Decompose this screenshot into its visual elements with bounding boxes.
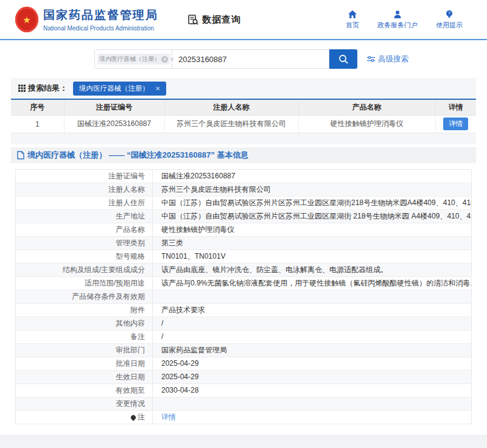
- svg-text:?: ?: [448, 11, 450, 15]
- detail-row: 注册证编号国械注准20253160887: [16, 169, 472, 183]
- detail-row-label: 批准日期: [16, 357, 153, 370]
- detail-row-label: 产品储存条件及有效期: [16, 290, 153, 303]
- category-tag: 境内医疗器械（注册） ✕: [97, 54, 170, 65]
- detail-row-value: 苏州三个臭皮匠生物科技有限公司: [153, 183, 472, 196]
- nav-item-gov-portal[interactable]: 政务服务门户: [377, 10, 418, 30]
- search-results-bar: 搜索结果： 境内医疗器械（注册） ✕: [11, 78, 476, 99]
- detail-row: 审批部门国家药品监督管理局: [16, 343, 472, 357]
- detail-row-label: 备注: [16, 330, 153, 343]
- results-column-header: 详情: [435, 99, 476, 115]
- detail-row: 其他内容/: [16, 317, 472, 330]
- category-tag-close-icon[interactable]: ✕: [161, 56, 168, 63]
- results-column-header: 注册人名称: [164, 99, 298, 115]
- detail-row-value: 硬性接触镜护理消毒仪: [153, 223, 472, 236]
- detail-row-value: [153, 397, 472, 410]
- search-results-label: 搜索结果：: [18, 83, 68, 94]
- detail-row-label: 变更情况: [16, 397, 153, 410]
- detail-row-value: 中国（江苏）自由贸易试验区苏州片区苏州工业园区星湖街 218号生物纳米园 A4楼…: [153, 209, 472, 223]
- nmpa-emblem-logo: ★: [15, 7, 38, 32]
- detail-row-value: TN0101、TN0101V: [153, 250, 472, 263]
- brand-title: 国家药品监督管理局: [43, 7, 158, 23]
- brand-subtitle: National Medical Products Administration: [43, 25, 158, 32]
- user-icon: [393, 10, 402, 19]
- detail-button[interactable]: 详情: [443, 117, 468, 130]
- home-icon: [348, 10, 357, 19]
- detail-row: 批准日期2025-04-29: [16, 357, 472, 370]
- detail-row: 注册人名称苏州三个臭皮匠生物科技有限公司: [16, 183, 472, 196]
- detail-row-label: 审批部门: [16, 343, 153, 357]
- detail-row: 结构及组成/主要组成成分该产品由底座、镜片冲洗仓、防尘盖、电泳解离仓、电源适配器…: [16, 263, 472, 276]
- file-icon: [17, 151, 24, 159]
- page-footer: [0, 435, 487, 448]
- results-column-header: 序号: [11, 99, 64, 115]
- registrant-name: 苏州三个臭皮匠生物科技有限公司: [164, 115, 298, 133]
- search-results-card: 搜索结果： 境内医疗器械（注册） ✕ 序号注册证编号注册人名称产品名称详情 1国…: [11, 78, 476, 144]
- note-detail-link[interactable]: 详情: [161, 413, 176, 421]
- grid-icon: [18, 85, 26, 92]
- detail-row: 适用范围/预期用途该产品与0.9%无菌氯化钠溶液配套使用，用于硬性接触镜（氟硅丙…: [16, 276, 472, 290]
- detail-row-label: 产品名称: [16, 223, 153, 236]
- detail-row-value: 详情: [153, 410, 472, 424]
- detail-row-value: 国械注准20253160887: [153, 169, 472, 183]
- product-name: 硬性接触镜护理消毒仪: [298, 115, 435, 133]
- active-filter-tag[interactable]: 境内医疗器械（注册） ✕: [73, 82, 166, 96]
- detail-row: 生效日期2025-04-29: [16, 370, 472, 383]
- detail-row: 有效期至2030-04-28: [16, 383, 472, 397]
- detail-cell: 详情: [435, 115, 476, 133]
- detail-row-label: 生效日期: [16, 370, 153, 383]
- nav-item-home[interactable]: 首页: [346, 10, 359, 30]
- detail-table-body: 注册证编号国械注准20253160887注册人名称苏州三个臭皮匠生物科技有限公司…: [16, 169, 472, 424]
- detail-row-value: /: [153, 317, 472, 330]
- detail-section-header: 境内医疗器械（注册） —— “国械注准20253160887” 基本信息: [11, 147, 476, 163]
- detail-row-value: 国家药品监督管理局: [153, 343, 472, 357]
- detail-row-value: 第三类: [153, 236, 472, 250]
- active-filter-tag-label: 境内医疗器械（注册）: [79, 84, 149, 93]
- detail-row: 备注/: [16, 330, 472, 343]
- advanced-search-link[interactable]: 高级搜索: [367, 54, 408, 65]
- row-index: 1: [11, 115, 64, 133]
- nav-label-home: 首页: [346, 21, 359, 30]
- app-title-label: 数据查询: [202, 14, 241, 26]
- detail-row: 产品储存条件及有效期: [16, 290, 472, 303]
- detail-row-label: 生产地址: [16, 209, 153, 223]
- detail-card: 注册证编号国械注准20253160887注册人名称苏州三个臭皮匠生物科技有限公司…: [11, 166, 476, 429]
- results-table-header-row: 序号注册证编号注册人名称产品名称详情: [11, 99, 476, 115]
- doc-search-icon: [187, 14, 199, 26]
- detail-row-label: 注册人名称: [16, 183, 153, 196]
- detail-row-label: 注: [16, 410, 153, 424]
- detail-row-label: 注册人住所: [16, 196, 153, 209]
- detail-row-value: 中国（江苏）自由贸易试验区苏州片区苏州工业园区星湖街218号生物纳米园A4楼40…: [153, 196, 472, 209]
- detail-row-value: [153, 290, 472, 303]
- results-column-header: 注册证编号: [64, 99, 164, 115]
- detail-row-label: 结构及组成/主要组成成分: [16, 263, 153, 276]
- detail-row-value: 产品技术要求: [153, 303, 472, 317]
- nav-label-usage-tips: 使用提示: [436, 21, 463, 30]
- detail-row: 变更情况: [16, 397, 472, 410]
- detail-row-value: 2030-04-28: [153, 383, 472, 397]
- detail-row-value: /: [153, 330, 472, 343]
- nav-item-usage-tips[interactable]: ? 使用提示: [436, 10, 463, 30]
- registration-number: 国械注准20253160887: [64, 115, 164, 133]
- detail-row: 附件产品技术要求: [16, 303, 472, 317]
- search-icon: [338, 54, 349, 65]
- search-category-select[interactable]: 境内医疗器械（注册） ✕ ∨: [94, 49, 172, 69]
- detail-row-label: 有效期至: [16, 383, 153, 397]
- search-button[interactable]: [329, 49, 357, 69]
- filter-tag-close-icon[interactable]: ✕: [155, 85, 160, 92]
- category-tag-label: 境内医疗器械（注册）: [99, 55, 160, 63]
- search-results-label-text: 搜索结果：: [28, 83, 68, 94]
- app-title: 数据查询: [187, 14, 241, 26]
- detail-row: 型号规格TN0101、TN0101V: [16, 250, 472, 263]
- search-input[interactable]: [172, 49, 329, 69]
- detail-row: 注册人住所中国（江苏）自由贸易试验区苏州片区苏州工业园区星湖街218号生物纳米园…: [16, 196, 472, 209]
- detail-row-value: 2025-04-29: [153, 357, 472, 370]
- detail-row-label: 注册证编号: [16, 169, 153, 183]
- detail-row: 产品名称硬性接触镜护理消毒仪: [16, 223, 472, 236]
- advanced-search-label: 高级搜索: [378, 54, 408, 65]
- brand-block: 国家药品监督管理局 National Medical Products Admi…: [43, 7, 158, 32]
- detail-row-value: 该产品与0.9%无菌氯化钠溶液配套使用，用于硬性接触镜（氟硅丙烯酸酯硬性镜）的清…: [153, 276, 472, 290]
- table-row: 1国械注准20253160887苏州三个臭皮匠生物科技有限公司硬性接触镜护理消毒…: [11, 115, 476, 133]
- detail-row-value: 2025-04-29: [153, 370, 472, 383]
- bulb-icon: ?: [445, 10, 454, 19]
- detail-row-label: 管理类别: [16, 236, 153, 250]
